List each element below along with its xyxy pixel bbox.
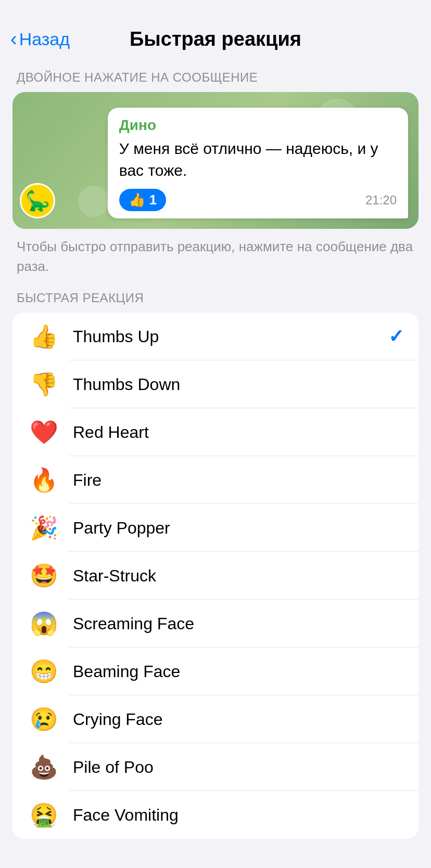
avatar: 🦕: [20, 183, 55, 218]
chat-bubble: Дино У меня всё отлично — надеюсь, и у в…: [108, 108, 408, 218]
reaction-list-item[interactable]: 😱 Screaming Face: [12, 600, 419, 647]
reaction-list-item[interactable]: 🔥 Fire: [12, 456, 419, 504]
reaction-label: Beaming Face: [73, 662, 404, 681]
reaction-emoji-icon: 🤩: [27, 562, 60, 589]
chat-preview: Дино У меня всё отлично — надеюсь, и у в…: [12, 92, 419, 229]
reaction-list-item[interactable]: 🎉 Party Popper: [12, 504, 419, 552]
reaction-label: Red Heart: [73, 423, 404, 442]
reaction-label: Crying Face: [73, 710, 404, 729]
reaction-emoji: 👍: [129, 192, 145, 208]
hint-text: Чтобы быстро отправить реакцию, нажмите …: [0, 229, 431, 276]
reaction-badge: 👍 1: [119, 189, 166, 211]
chat-bubble-container: Дино У меня всё отлично — надеюсь, и у в…: [23, 108, 408, 218]
navigation-bar: ‹ Назад Быстрая реакция: [0, 0, 431, 56]
reaction-emoji-icon: 👍: [27, 323, 60, 350]
chevron-left-icon: ‹: [10, 29, 17, 49]
reaction-count: 1: [149, 192, 157, 208]
reaction-emoji-icon: 👎: [27, 371, 60, 398]
reaction-emoji-icon: 😱: [27, 610, 60, 637]
reaction-list-item[interactable]: 💩 Pile of Poo: [12, 743, 419, 791]
reaction-emoji-icon: 💩: [27, 754, 60, 781]
reaction-label: Fire: [73, 471, 404, 490]
chat-time: 21:20: [365, 193, 397, 208]
reaction-list-item[interactable]: 😁 Beaming Face: [12, 647, 419, 695]
avatar-emoji: 🦕: [26, 189, 50, 212]
reaction-emoji-icon: ❤️: [27, 419, 60, 446]
section-header-double-tap: ДВОЙНОЕ НАЖАТИЕ НА СООБЩЕНИЕ: [0, 56, 431, 92]
reaction-label: Face Vomiting: [73, 806, 404, 825]
reaction-list-item[interactable]: 🤩 Star-Struck: [12, 552, 419, 600]
reaction-label: Thumbs Up: [73, 327, 388, 346]
reaction-label: Star-Struck: [73, 566, 404, 586]
reaction-emoji-icon: 😁: [27, 658, 60, 685]
reaction-list-item[interactable]: 👍 Thumbs Up ✓: [12, 313, 419, 360]
reaction-emoji-icon: 🤮: [27, 801, 60, 828]
reaction-emoji-icon: 🔥: [27, 467, 60, 494]
chat-sender: Дино: [119, 117, 397, 134]
reaction-label: Party Popper: [73, 519, 404, 538]
chat-message: У меня всё отлично — надеюсь, и у вас то…: [119, 138, 397, 182]
back-button[interactable]: ‹ Назад: [10, 29, 70, 49]
reaction-emoji-icon: 🎉: [27, 514, 60, 541]
avatar-wrapper: 🦕: [20, 183, 55, 218]
selected-checkmark: ✓: [388, 326, 404, 347]
reaction-list-item[interactable]: 👎 Thumbs Down: [12, 360, 419, 408]
section-header-quick-reaction: БЫСТРАЯ РЕАКЦИЯ: [0, 276, 431, 313]
reactions-list: 👍 Thumbs Up ✓ 👎 Thumbs Down ❤️ Red Heart…: [12, 313, 419, 839]
reaction-emoji-icon: 😢: [27, 706, 60, 733]
reaction-list-item[interactable]: ❤️ Red Heart: [12, 408, 419, 456]
back-label: Назад: [19, 29, 70, 49]
page-title: Быстрая реакция: [130, 28, 301, 50]
chat-bubble-footer: 👍 1 21:20: [119, 189, 397, 211]
reaction-label: Thumbs Down: [73, 375, 404, 394]
reaction-list-item[interactable]: 😢 Crying Face: [12, 695, 419, 743]
reaction-list-item[interactable]: 🤮 Face Vomiting: [12, 791, 419, 839]
reaction-label: Screaming Face: [73, 614, 404, 633]
reaction-label: Pile of Poo: [73, 758, 404, 777]
